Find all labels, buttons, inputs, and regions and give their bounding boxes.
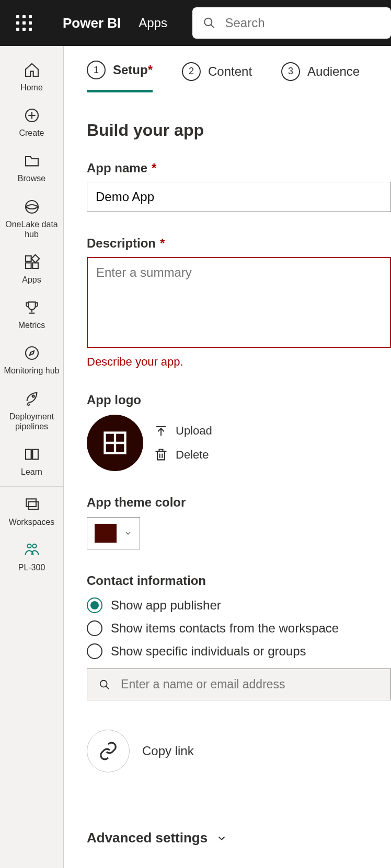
- radio-icon: [87, 597, 102, 613]
- svg-rect-16: [28, 502, 38, 510]
- trophy-icon: [22, 298, 41, 317]
- description-input[interactable]: [87, 257, 391, 348]
- app-launcher-icon[interactable]: [15, 14, 33, 32]
- rail-monitoring[interactable]: Monitoring hub: [0, 337, 63, 383]
- advanced-settings-toggle[interactable]: Advanced settings: [87, 830, 391, 846]
- main-content: 1 Setup* 2 Content 3 Audience Build your…: [64, 46, 391, 868]
- search-input[interactable]: [225, 16, 381, 30]
- description-label: Description*: [87, 236, 391, 251]
- rail-learn[interactable]: Learn: [0, 439, 63, 487]
- step-number: 3: [281, 62, 300, 81]
- home-icon: [22, 61, 41, 79]
- rail-apps[interactable]: Apps: [0, 247, 63, 292]
- upload-icon: [154, 424, 168, 438]
- description-error: Describe your app.: [87, 355, 391, 369]
- app-logo-label: App logo: [87, 393, 391, 407]
- svg-rect-7: [31, 255, 39, 263]
- upload-logo-button[interactable]: Upload: [154, 424, 212, 438]
- rocket-icon: [22, 390, 41, 408]
- wizard-steps: 1 Setup* 2 Content 3 Audience: [87, 46, 391, 92]
- compass-icon: [22, 344, 41, 362]
- svg-rect-8: [26, 263, 31, 268]
- app-logo-preview: [87, 415, 143, 471]
- rail-current-workspace[interactable]: PL-300: [0, 534, 63, 580]
- rail-create[interactable]: Create: [0, 100, 63, 145]
- topnav-apps[interactable]: Apps: [139, 16, 167, 30]
- svg-rect-15: [26, 499, 36, 507]
- svg-point-18: [32, 544, 37, 548]
- global-search[interactable]: [192, 7, 391, 39]
- apps-icon: [22, 253, 41, 272]
- contact-info-label: Contact information: [87, 573, 391, 588]
- svg-point-0: [204, 18, 212, 26]
- svg-rect-9: [32, 263, 38, 268]
- chevron-down-icon: [124, 529, 132, 537]
- people-icon: [22, 541, 41, 559]
- book-icon: [22, 445, 41, 464]
- radio-icon: [87, 643, 102, 659]
- chevron-down-icon: [216, 832, 227, 844]
- workspaces-icon: [22, 495, 41, 514]
- rail-workspaces[interactable]: Workspaces: [0, 489, 63, 534]
- folder-icon: [22, 151, 41, 170]
- trash-icon: [154, 448, 168, 462]
- left-nav-rail: Home Create Browse OneLake data hub Apps…: [0, 46, 64, 868]
- svg-rect-6: [26, 256, 31, 262]
- rail-onelake[interactable]: OneLake data hub: [0, 191, 63, 247]
- contact-option-publisher[interactable]: Show app publisher: [87, 597, 391, 613]
- page-title: Build your app: [87, 121, 391, 140]
- rail-deployment[interactable]: Deployment pipelines: [0, 383, 63, 439]
- delete-logo-button[interactable]: Delete: [154, 448, 212, 462]
- link-icon: [98, 741, 118, 761]
- svg-point-5: [26, 201, 38, 213]
- svg-line-1: [211, 25, 214, 28]
- theme-color-picker[interactable]: [87, 517, 140, 549]
- search-icon: [99, 678, 110, 691]
- contact-option-specific[interactable]: Show specific individuals or groups: [87, 643, 391, 659]
- step-setup[interactable]: 1 Setup*: [87, 61, 153, 92]
- copy-link-button[interactable]: [87, 730, 130, 772]
- step-content[interactable]: 2 Content: [182, 61, 252, 92]
- step-number: 1: [87, 61, 106, 79]
- rail-metrics[interactable]: Metrics: [0, 292, 63, 337]
- app-name-input[interactable]: [87, 182, 391, 212]
- search-icon: [203, 16, 216, 30]
- contact-option-workspace[interactable]: Show items contacts from the workspace: [87, 620, 391, 636]
- svg-point-17: [27, 544, 31, 548]
- step-audience[interactable]: 3 Audience: [281, 61, 360, 92]
- app-name-label: App name*: [87, 161, 391, 175]
- theme-color-label: App theme color: [87, 495, 391, 510]
- svg-point-26: [100, 680, 107, 687]
- radio-icon: [87, 620, 102, 636]
- svg-point-12: [26, 347, 38, 359]
- plus-circle-icon: [22, 106, 41, 125]
- svg-point-13: [32, 395, 34, 397]
- step-number: 2: [182, 62, 201, 81]
- brand-label: Power BI: [63, 15, 121, 31]
- people-picker-input[interactable]: [121, 677, 379, 691]
- copy-link-label: Copy link: [142, 744, 194, 758]
- onelake-icon: [22, 197, 41, 216]
- rail-browse[interactable]: Browse: [0, 145, 63, 191]
- svg-line-27: [106, 686, 109, 689]
- theme-color-swatch: [95, 524, 117, 543]
- rail-home[interactable]: Home: [0, 54, 63, 100]
- people-picker[interactable]: [87, 668, 391, 700]
